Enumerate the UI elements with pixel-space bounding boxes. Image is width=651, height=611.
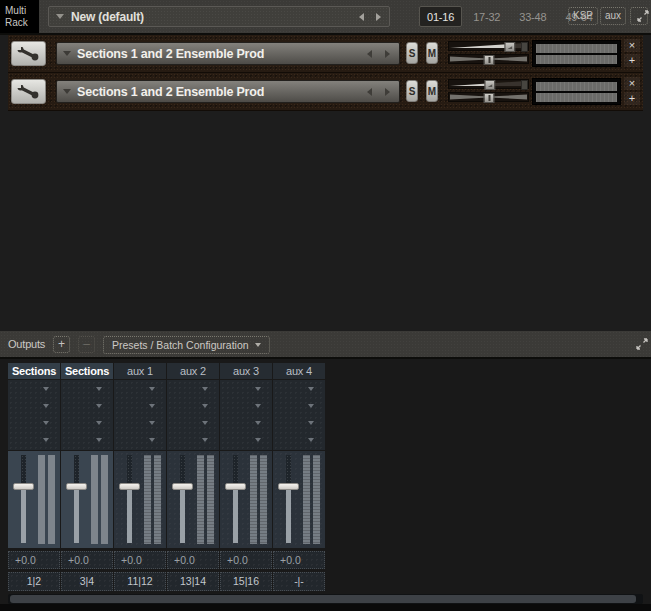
next-instrument-arrow-icon[interactable] <box>385 50 390 58</box>
gain-value[interactable]: +0.0 <box>167 551 219 569</box>
gain-value[interactable]: +0.0 <box>273 551 325 569</box>
gain-value[interactable]: +0.0 <box>61 551 113 569</box>
fader-handle[interactable] <box>13 483 34 490</box>
expand-slot-button[interactable]: + <box>624 54 640 67</box>
collapse-outputs-button[interactable] <box>630 336 648 354</box>
scrollbar-thumb[interactable] <box>10 595 636 603</box>
insert-slot-dropdown[interactable] <box>273 397 325 414</box>
next-instrument-arrow-icon[interactable] <box>385 88 390 96</box>
insert-slot-dropdown[interactable] <box>61 431 113 448</box>
caret-down-icon <box>308 404 314 408</box>
pan-handle[interactable] <box>483 55 494 65</box>
fader-handle[interactable] <box>172 483 193 490</box>
wrench-icon <box>17 47 41 61</box>
insert-slot-dropdown[interactable] <box>114 397 166 414</box>
output-assignment[interactable]: 13|14 <box>167 572 219 591</box>
channel-fader[interactable] <box>8 451 60 548</box>
insert-slot-dropdown[interactable] <box>167 431 219 448</box>
channel-meter-right <box>154 455 161 544</box>
output-assignment[interactable]: 15|16 <box>220 572 272 591</box>
insert-slot-dropdown[interactable] <box>8 397 60 414</box>
ksp-button[interactable]: KSP <box>568 7 598 25</box>
solo-button[interactable]: S <box>406 42 418 64</box>
insert-slot-dropdown[interactable] <box>114 414 166 431</box>
insert-slot-dropdown[interactable] <box>8 380 60 397</box>
channel-fader[interactable] <box>167 451 219 548</box>
page-tab-01-16[interactable]: 01-16 <box>419 6 462 27</box>
insert-slot-dropdown[interactable] <box>8 414 60 431</box>
volume-slider[interactable] <box>448 79 529 89</box>
next-preset-arrow-icon[interactable] <box>376 13 381 21</box>
insert-slot-dropdown[interactable] <box>8 431 60 448</box>
gain-value[interactable]: +0.0 <box>220 551 272 569</box>
mute-button[interactable]: M <box>426 80 438 102</box>
caret-down-icon <box>202 387 208 391</box>
prev-instrument-arrow-icon[interactable] <box>367 88 372 96</box>
pan-slider[interactable] <box>448 54 529 64</box>
remove-output-button[interactable]: – <box>78 336 95 353</box>
output-assignment[interactable]: 1|2 <box>8 572 60 591</box>
instrument-name-dropdown[interactable]: Sections 1 and 2 Ensemble Prod <box>56 42 400 65</box>
insert-slots <box>273 380 325 450</box>
insert-slot-dropdown[interactable] <box>167 380 219 397</box>
mixer-horizontal-scrollbar[interactable] <box>8 594 643 604</box>
volume-handle[interactable] <box>485 80 496 90</box>
page-tab-17-32[interactable]: 17-32 <box>465 6 508 27</box>
collapse-rack-button[interactable] <box>630 7 648 25</box>
insert-slot-dropdown[interactable] <box>273 431 325 448</box>
insert-slot-dropdown[interactable] <box>273 414 325 431</box>
instrument-name-dropdown[interactable]: Sections 1 and 2 Ensemble Prod <box>56 80 400 103</box>
volume-slider[interactable] <box>448 41 529 51</box>
remove-slot-button[interactable]: × <box>624 39 640 52</box>
fader-handle[interactable] <box>119 483 140 490</box>
presets-batch-configuration-dropdown[interactable]: Presets / Batch Configuration <box>103 336 270 354</box>
channel-fader[interactable] <box>220 451 272 548</box>
channel-fader[interactable] <box>61 451 113 548</box>
gain-value[interactable]: +0.0 <box>8 551 60 569</box>
multi-preset-dropdown[interactable]: New (default) <box>48 6 390 27</box>
remove-slot-button[interactable]: × <box>624 77 640 90</box>
output-assignment[interactable]: 11|12 <box>114 572 166 591</box>
fader-handle[interactable] <box>278 483 299 490</box>
insert-slot-dropdown[interactable] <box>220 397 272 414</box>
caret-down-icon <box>43 438 49 442</box>
insert-slot-dropdown[interactable] <box>114 380 166 397</box>
multi-rack-label: Multi Rack <box>0 0 39 33</box>
channel-strips: Sections +0.0 1|2 Sections <box>8 363 326 589</box>
insert-slot-dropdown[interactable] <box>220 414 272 431</box>
gain-value[interactable]: +0.0 <box>114 551 166 569</box>
channel-fader[interactable] <box>114 451 166 548</box>
channel-meter-left <box>38 455 45 544</box>
insert-slot-dropdown[interactable] <box>220 431 272 448</box>
insert-slot-dropdown[interactable] <box>61 380 113 397</box>
fader-handle[interactable] <box>66 483 87 490</box>
fader-handle[interactable] <box>225 483 246 490</box>
pan-slider[interactable] <box>448 92 529 102</box>
add-output-button[interactable]: + <box>53 336 70 353</box>
insert-slots <box>114 380 166 450</box>
channel-strip-aux-1: aux 1 +0.0 11|12 <box>114 363 166 591</box>
output-assignment[interactable]: 3|4 <box>61 572 113 591</box>
prev-instrument-arrow-icon[interactable] <box>367 50 372 58</box>
expand-slot-button[interactable]: + <box>624 92 640 105</box>
output-assignment[interactable]: -|- <box>273 572 325 591</box>
insert-slot-dropdown[interactable] <box>114 431 166 448</box>
prev-preset-arrow-icon[interactable] <box>359 13 364 21</box>
channel-fader[interactable] <box>273 451 325 548</box>
slot-sliders <box>448 41 529 65</box>
insert-slot-dropdown[interactable] <box>167 397 219 414</box>
aux-button[interactable]: aux <box>600 7 626 25</box>
edit-instrument-button[interactable] <box>11 41 46 66</box>
insert-slot-dropdown[interactable] <box>61 414 113 431</box>
slot-sliders <box>448 79 529 103</box>
insert-slot-dropdown[interactable] <box>167 414 219 431</box>
insert-slot-dropdown[interactable] <box>61 397 113 414</box>
insert-slot-dropdown[interactable] <box>220 380 272 397</box>
edit-instrument-button[interactable] <box>11 79 46 104</box>
pan-handle[interactable] <box>483 93 494 103</box>
insert-slot-dropdown[interactable] <box>273 380 325 397</box>
solo-button[interactable]: S <box>406 80 418 102</box>
page-tab-33-48[interactable]: 33-48 <box>511 6 554 27</box>
mute-button[interactable]: M <box>426 42 438 64</box>
volume-handle[interactable] <box>504 42 515 52</box>
